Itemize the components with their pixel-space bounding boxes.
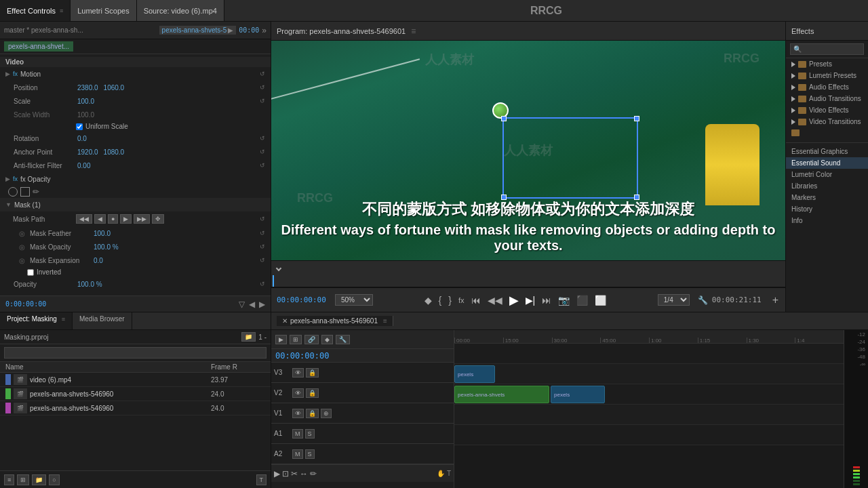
out-point-btn[interactable]: }	[447, 293, 453, 307]
select-tool[interactable]: ▶	[274, 469, 280, 479]
motion-reset[interactable]: ↺	[260, 70, 265, 77]
link-btn[interactable]: 🔗	[304, 335, 319, 344]
rect-tool[interactable]	[20, 187, 30, 197]
effects-item-essential-sound[interactable]: Essential Sound	[786, 157, 868, 169]
wrench-icon[interactable]: 🔧	[698, 296, 708, 305]
effects-item-markers[interactable]: Markers	[786, 192, 868, 203]
insert-btn[interactable]: ⬛	[575, 293, 589, 307]
zoom-select[interactable]: 50% 25% 100%	[335, 294, 373, 306]
in-point-btn[interactable]: {	[437, 293, 443, 307]
position-reset[interactable]: ↺	[260, 84, 265, 91]
sequence-tab[interactable]: ✕ pexels-anna-shvets-5469601 ≡	[277, 316, 393, 326]
position-y-value[interactable]: 1060.0	[104, 84, 125, 92]
track-select-tool[interactable]: ⊡	[282, 469, 289, 479]
mask-prev-btn[interactable]: ◀◀	[76, 214, 92, 224]
mask-prev-frame-btn[interactable]: ◀	[94, 214, 106, 224]
track-v1-lock[interactable]: 🔒	[306, 409, 319, 418]
mask-expansion-reset[interactable]: ↺	[260, 257, 265, 264]
effects-item-lumetri-presets[interactable]: Lumetri Presets	[786, 70, 868, 81]
playhead[interactable]	[273, 275, 274, 287]
opacity-value[interactable]: 100.0 %	[77, 281, 102, 288]
program-menu-icon[interactable]: ≡	[411, 26, 416, 36]
ellipse-tool[interactable]	[8, 187, 18, 197]
scrubber[interactable]	[271, 275, 785, 287]
effects-item-video-effects[interactable]: Video Effects	[786, 104, 868, 116]
clip-v1-2[interactable]: pexels	[551, 386, 605, 403]
slip-tool[interactable]: ↔	[300, 469, 308, 479]
effects-item-audio-effects[interactable]: Audio Effects	[786, 81, 868, 93]
track-v1-sync[interactable]: ⊕	[321, 409, 332, 418]
mask-feather-reset[interactable]: ↺	[260, 230, 265, 237]
mask-tool-btn[interactable]: ✥	[152, 214, 164, 224]
track-a2-s[interactable]: S	[305, 449, 315, 459]
effects-item-essential-graphics[interactable]: Essential Graphics	[786, 146, 868, 157]
track-a2-m[interactable]: M	[292, 449, 303, 459]
effects-search-input[interactable]	[790, 43, 864, 55]
mask-opacity-reset[interactable]: ↺	[260, 243, 265, 250]
tab-source[interactable]: Source: video (6).mp4	[137, 0, 224, 21]
file-item-2[interactable]: 🎬 pexels-anna-shvets-546960 24.0	[0, 387, 271, 401]
circle-btn[interactable]: ○	[49, 474, 59, 485]
tab-lumetri-scopes[interactable]: Lumetri Scopes	[71, 0, 136, 21]
track-v3-eye[interactable]: 👁	[292, 368, 304, 378]
effects-item-lumetri-color[interactable]: Lumetri Color	[786, 169, 868, 180]
track-v3-lock[interactable]: 🔒	[306, 368, 319, 378]
pen-tool[interactable]: ✏	[33, 187, 39, 197]
play-btn[interactable]: ▶	[508, 291, 520, 309]
snap-btn[interactable]: ⊞	[290, 335, 302, 344]
close-seq-icon[interactable]: ✕	[282, 317, 288, 325]
anti-flicker-reset[interactable]: ↺	[260, 162, 265, 169]
mask-add-btn[interactable]: ●	[108, 214, 118, 224]
type-tool[interactable]: T	[447, 470, 451, 477]
opacity-reset[interactable]: ↺	[260, 281, 265, 287]
overwrite-btn[interactable]: ⬜	[593, 293, 608, 307]
mask-corner-tl[interactable]	[501, 116, 507, 121]
hand-tool[interactable]: ✋	[437, 470, 445, 477]
track-v1-eye[interactable]: 👁	[292, 409, 304, 418]
step-back-btn[interactable]: ◀◀	[486, 293, 504, 307]
filter-icon[interactable]: ▽	[239, 300, 245, 309]
prev-edit-btn[interactable]: ⏮	[470, 293, 482, 307]
pen-tl-tool[interactable]: ✏	[310, 469, 317, 479]
anchor-reset[interactable]: ↺	[260, 148, 265, 155]
mask-next-frame-btn[interactable]: ▶	[120, 214, 132, 224]
delete-btn[interactable]: T	[256, 474, 267, 485]
project-search-input[interactable]	[4, 347, 267, 359]
tab-effect-controls[interactable]: Effect Controls ≡	[0, 0, 71, 21]
export-frame-btn[interactable]: 📷	[557, 293, 571, 307]
new-folder-btn[interactable]: 📁	[241, 332, 256, 342]
effects-item-presets[interactable]: Presets	[786, 58, 868, 70]
scale-reset[interactable]: ↺	[260, 98, 265, 104]
inverted-checkbox[interactable]	[27, 269, 34, 276]
effects-item-video-transitions[interactable]: Video Transitions	[786, 116, 868, 127]
tab-media-browser[interactable]: Media Browser	[73, 312, 132, 329]
add-btn[interactable]: +	[771, 293, 780, 308]
folder-btn[interactable]: 📁	[32, 474, 46, 485]
marker-btn[interactable]: ◆	[423, 293, 433, 307]
misc-folder-icon[interactable]	[791, 129, 800, 136]
effects-item-history[interactable]: History	[786, 203, 868, 215]
anchor-y-value[interactable]: 1080.0	[104, 148, 125, 156]
next-icon[interactable]: ▶	[259, 300, 265, 309]
track-a1-s[interactable]: S	[305, 429, 315, 439]
ratio-select[interactable]: 1/4 Full 1/2	[658, 294, 690, 306]
anchor-x-value[interactable]: 1920.0	[77, 148, 98, 156]
seq-menu-icon[interactable]: ≡	[383, 317, 387, 325]
effects-item-audio-transitions[interactable]: Audio Transitions	[786, 93, 868, 104]
mask-expansion-value[interactable]: 0.0	[94, 257, 103, 264]
next-edit-btn[interactable]: ⏭	[540, 293, 553, 307]
scale-value[interactable]: 100.0	[77, 98, 94, 105]
mask-box[interactable]	[502, 117, 638, 199]
track-v2-eye[interactable]: 👁	[292, 388, 304, 398]
anti-flicker-value[interactable]: 0.00	[77, 162, 90, 169]
mask-corner-tr[interactable]	[634, 116, 639, 121]
track-v2-lock[interactable]: 🔒	[306, 388, 319, 398]
rotation-reset[interactable]: ↺	[260, 135, 265, 142]
effects-item-info[interactable]: Info	[786, 215, 868, 226]
fx-btn[interactable]: fx	[457, 295, 466, 306]
track-a1-m[interactable]: M	[292, 429, 303, 439]
list-view-btn[interactable]: ≡	[4, 474, 14, 485]
wrench-tl-btn[interactable]: 🔧	[336, 335, 350, 344]
effects-item-libraries[interactable]: Libraries	[786, 180, 868, 192]
clip-v2[interactable]: pexels	[454, 365, 495, 383]
